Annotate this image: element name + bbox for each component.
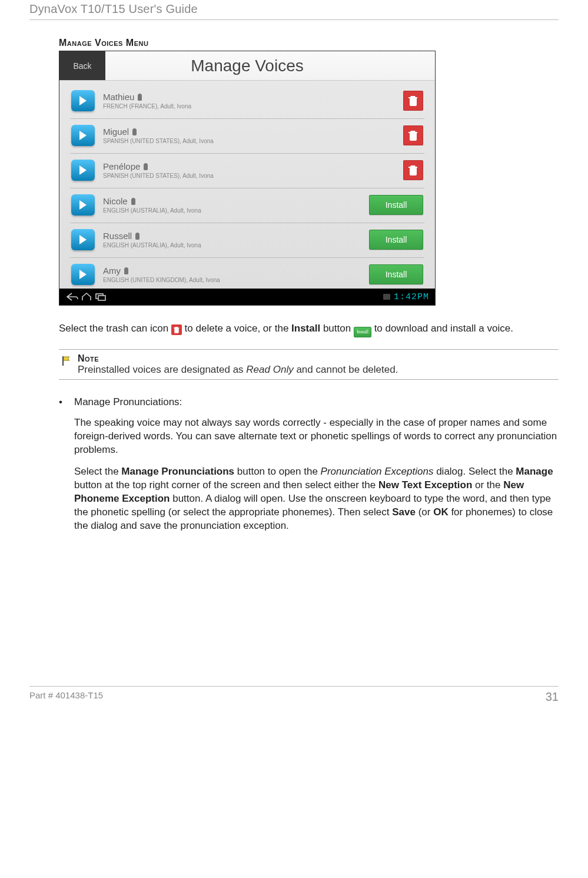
play-icon[interactable] [71, 90, 95, 111]
voice-meta: FRENCH (FRANCE), Adult, Ivona [103, 103, 403, 110]
delete-button[interactable] [403, 125, 423, 145]
screen-title: Manage Voices [59, 57, 435, 75]
voice-name: Miguel [103, 127, 403, 137]
instruction-paragraph: Select the trash can icon to delete a vo… [59, 322, 559, 337]
voice-meta: SPANISH (UNITED STATES), Adult, Ivona [103, 138, 403, 144]
doc-header: DynaVox T10/T15 User's Guide [29, 0, 559, 20]
voice-row: Russell ENGLISH (AUSTRALIA), Adult, Ivon… [70, 223, 424, 258]
voice-meta: ENGLISH (AUSTRALIA), Adult, Ivona [103, 242, 369, 249]
play-icon[interactable] [71, 125, 95, 146]
voice-list: Mathieu FRENCH (FRANCE), Adult, Ivona Mi… [59, 81, 435, 289]
page-footer: Part # 401438-T15 31 [29, 686, 559, 704]
install-icon: Install [354, 327, 371, 337]
bullet-item: • Manage Pronunciations: [59, 396, 559, 408]
voice-meta: ENGLISH (UNITED KINGDOM), Adult, Ivona [103, 277, 369, 283]
status-clock: 1:42PM [383, 292, 429, 302]
play-icon[interactable] [71, 264, 95, 285]
part-number: Part # 401438-T15 [29, 690, 103, 704]
voice-row: Miguel SPANISH (UNITED STATES), Adult, I… [70, 119, 424, 154]
voice-name: Mathieu [103, 92, 403, 102]
note-body: Preinstalled voices are designated as Re… [78, 364, 398, 376]
delete-button[interactable] [403, 160, 423, 180]
voice-meta: SPANISH (UNITED STATES), Adult, Ivona [103, 173, 403, 179]
voice-meta: ENGLISH (AUSTRALIA), Adult, Ivona [103, 207, 369, 214]
bullet-label: Manage Pronunciations: [74, 396, 182, 408]
note-flag-icon [59, 354, 72, 367]
back-button[interactable]: Back [59, 51, 105, 80]
nav-home-icon[interactable] [79, 292, 94, 301]
signal-icon [383, 294, 390, 300]
screenshot-header: Back Manage Voices [59, 51, 435, 81]
voice-row: Nicole ENGLISH (AUSTRALIA), Adult, Ivona… [70, 188, 424, 223]
voice-name: Nicole [103, 196, 369, 206]
bullet-marker: • [59, 396, 74, 408]
page-number: 31 [546, 690, 559, 704]
figure-caption: Manage Voices Menu [59, 38, 559, 48]
trash-icon [171, 324, 182, 335]
nav-back-icon[interactable] [65, 292, 79, 301]
manage-voices-screenshot: Back Manage Voices Mathieu FRENCH (FRANC… [59, 51, 436, 306]
play-icon[interactable] [71, 229, 95, 250]
voice-name: Amy [103, 266, 369, 276]
install-button[interactable]: Install [369, 264, 423, 284]
android-navbar: 1:42PM [59, 289, 435, 305]
note-block: Note Preinstalled voices are designated … [59, 349, 559, 380]
voice-name: Penélope [103, 161, 403, 171]
note-title: Note [78, 353, 398, 364]
body-paragraph: The speaking voice may not always say wo… [74, 416, 559, 457]
install-button[interactable]: Install [369, 195, 423, 215]
voice-row: Mathieu FRENCH (FRANCE), Adult, Ivona [70, 84, 424, 119]
voice-row: Amy ENGLISH (UNITED KINGDOM), Adult, Ivo… [70, 258, 424, 289]
body-paragraph: Select the Manage Pronunciations button … [74, 465, 559, 533]
nav-recent-icon[interactable] [94, 292, 108, 301]
voice-row: Penélope SPANISH (UNITED STATES), Adult,… [70, 154, 424, 188]
svg-rect-1 [98, 296, 105, 300]
delete-button[interactable] [403, 91, 423, 111]
voice-name: Russell [103, 231, 369, 241]
play-icon[interactable] [71, 160, 95, 181]
play-icon[interactable] [71, 194, 95, 216]
install-button[interactable]: Install [369, 230, 423, 250]
